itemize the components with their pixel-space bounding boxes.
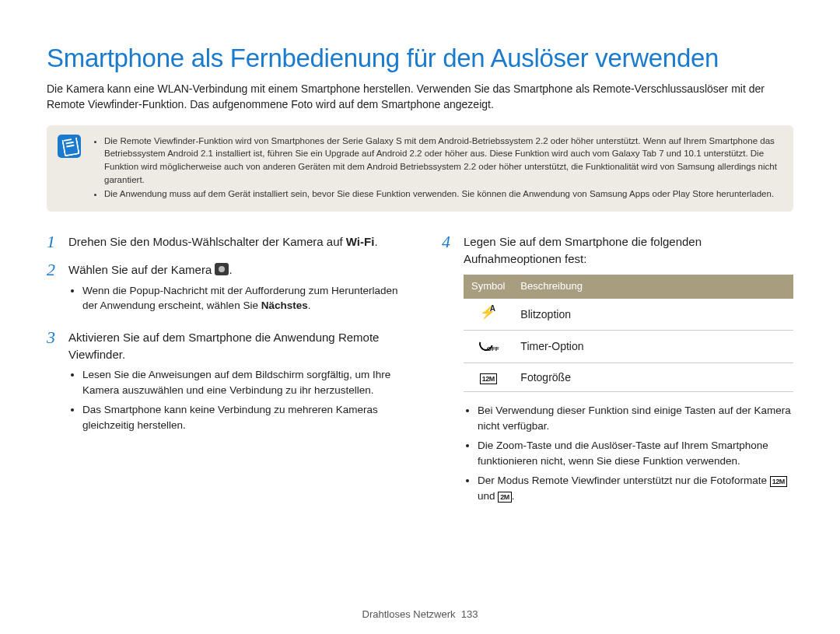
list-item: Das Smartphone kann keine Verbindung zu …: [82, 402, 398, 433]
page-title: Smartphone als Fernbedienung für den Aus…: [47, 44, 793, 73]
symbol-cell: [464, 299, 513, 330]
step-text: Aktivieren Sie auf dem Smartphone die An…: [68, 331, 379, 361]
remote-viewfinder-icon: [215, 263, 229, 275]
list-item: Der Modus Remote Viewfinder unterstützt …: [478, 473, 793, 503]
step-number: 4: [442, 233, 456, 509]
timer-off-icon: [479, 337, 498, 352]
step-2: 2 Wählen Sie auf der Kamera . Wenn die P…: [47, 261, 398, 318]
step-body: Aktivieren Sie auf dem Smartphone die An…: [68, 329, 398, 438]
photo-size-12m-icon: 12M: [770, 476, 787, 487]
naechstes-label: Nächstes: [261, 299, 308, 311]
symbol-cell: [464, 330, 513, 363]
step-text: Drehen Sie den Modus-Wählschalter der Ka…: [68, 235, 346, 248]
bullet-text: .: [512, 490, 515, 502]
list-item: Die Zoom-Taste und die Auslöser-Taste au…: [478, 438, 793, 468]
step-body: Wählen Sie auf der Kamera . Wenn die Pop…: [68, 261, 398, 318]
list-item: Wenn die Popup-Nachricht mit der Aufford…: [82, 283, 398, 313]
intro-paragraph: Die Kamera kann eine WLAN-Verbindung mit…: [47, 81, 793, 113]
header-description: Beschreibung: [513, 275, 793, 299]
step-sublist: Lesen Sie die Anweisungen auf dem Bildsc…: [68, 367, 398, 433]
note-list: Die Remote Viewfinder-Funktion wird von …: [93, 135, 779, 202]
options-table: Symbol Beschreibung Blitzoption: [464, 275, 793, 392]
bullet-text: Der Modus Remote Viewfinder unterstützt …: [478, 475, 770, 486]
right-column: 4 Legen Sie auf dem Smartphone die folge…: [442, 233, 793, 520]
step-text: Legen Sie auf dem Smartphone die folgend…: [464, 235, 702, 265]
table-header-row: Symbol Beschreibung: [464, 275, 793, 299]
desc-cell: Blitzoption: [513, 299, 793, 330]
step-number: 1: [47, 233, 61, 250]
step-sublist: Bei Verwendung dieser Funktion sind eini…: [464, 403, 793, 503]
step-text: .: [229, 263, 232, 276]
header-symbol: Symbol: [464, 275, 513, 299]
step-number: 3: [47, 329, 61, 438]
page-content: Smartphone als Fernbedienung für den Aus…: [0, 0, 840, 520]
table-row: Blitzoption: [464, 299, 793, 330]
photo-size-2m-icon: 2M: [498, 492, 512, 503]
list-item: Bei Verwendung dieser Funktion sind eini…: [478, 403, 793, 433]
symbol-cell: 12M: [464, 363, 513, 391]
step-body: Legen Sie auf dem Smartphone die folgend…: [464, 233, 793, 509]
note-icon: [58, 135, 81, 158]
bullet-text: Wenn die Popup-Nachricht mit der Aufford…: [82, 285, 397, 312]
photo-size-icon: 12M: [480, 373, 497, 384]
step-sublist: Wenn die Popup-Nachricht mit der Aufford…: [68, 283, 398, 313]
flash-auto-icon: [480, 305, 497, 319]
wifi-label: Wi-Fi: [346, 235, 375, 248]
two-column-layout: 1 Drehen Sie den Modus-Wählschalter der …: [47, 233, 793, 520]
step-3: 3 Aktivieren Sie auf dem Smartphone die …: [47, 329, 398, 438]
desc-cell: Fotogröße: [513, 363, 793, 391]
step-4: 4 Legen Sie auf dem Smartphone die folge…: [442, 233, 793, 509]
step-body: Drehen Sie den Modus-Wählschalter der Ka…: [68, 233, 398, 250]
step-text: Wählen Sie auf der Kamera: [68, 263, 215, 276]
bullet-text: und: [478, 490, 498, 502]
list-item: Lesen Sie die Anweisungen auf dem Bildsc…: [82, 367, 398, 398]
table-row: Timer-Option: [464, 330, 793, 363]
step-text: .: [374, 235, 377, 248]
page-footer: Drahtloses Netzwerk 133: [0, 608, 840, 620]
left-column: 1 Drehen Sie den Modus-Wählschalter der …: [47, 233, 398, 520]
note-box: Die Remote Viewfinder-Funktion wird von …: [47, 125, 793, 212]
footer-page-number: 133: [461, 608, 478, 620]
desc-cell: Timer-Option: [513, 330, 793, 363]
table-row: 12M Fotogröße: [464, 363, 793, 391]
note-item: Die Remote Viewfinder-Funktion wird von …: [104, 135, 779, 187]
footer-section: Drahtloses Netzwerk: [362, 608, 456, 620]
step-1: 1 Drehen Sie den Modus-Wählschalter der …: [47, 233, 398, 250]
note-item: Die Anwendung muss auf dem Gerät install…: [104, 187, 779, 201]
bullet-text: .: [308, 299, 311, 311]
step-number: 2: [47, 261, 61, 318]
